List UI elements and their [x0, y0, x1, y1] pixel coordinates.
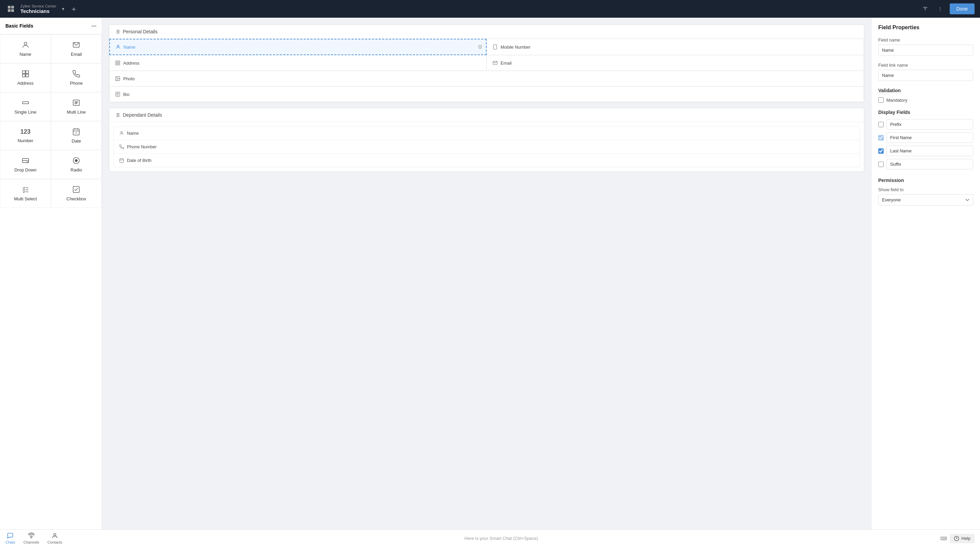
svg-point-63	[30, 536, 32, 537]
keyboard-icon: ⌨	[940, 536, 947, 541]
personal-field-mobile[interactable]: Mobile Number	[487, 39, 864, 55]
delete-name-field-icon[interactable]	[478, 44, 482, 50]
svg-rect-3	[11, 9, 14, 12]
lastname-checkbox[interactable]	[878, 148, 884, 154]
field-item-radio[interactable]: Radio	[51, 150, 102, 179]
app-title: Technicians	[21, 8, 56, 14]
field-item-single-line[interactable]: Single Line	[0, 92, 51, 121]
field-name-label: Field name	[878, 37, 973, 43]
field-properties-title: Field Properties	[878, 24, 973, 30]
dependant-fields-inner: Name Phone Number Date of Birth	[113, 126, 860, 167]
svg-text:15: 15	[75, 132, 78, 134]
more-options-icon[interactable]: ⋮	[935, 3, 946, 14]
prefix-input[interactable]	[886, 119, 973, 130]
dep-field-name[interactable]: Name	[114, 127, 859, 140]
field-item-date[interactable]: 15 Date	[51, 121, 102, 150]
svg-point-65	[54, 533, 56, 536]
collapse-button[interactable]: —	[92, 23, 96, 29]
add-button[interactable]: ＋	[68, 3, 79, 14]
tab-channels[interactable]: Channels	[24, 533, 39, 544]
field-link-name-input[interactable]	[878, 70, 973, 81]
show-field-to-select[interactable]: Everyone Admins Only Technicians	[878, 194, 973, 205]
main-layout: Basic Fields — Name Email	[0, 18, 980, 529]
field-item-dropdown[interactable]: Drop Down	[0, 150, 51, 179]
personal-field-photo[interactable]: Photo	[109, 71, 864, 86]
personal-details-section: Personal Details Name	[109, 24, 864, 102]
tab-chats[interactable]: Chats	[5, 533, 15, 544]
mandatory-label: Mandatory	[886, 98, 907, 103]
permission-title: Permission	[878, 178, 973, 183]
field-item-phone[interactable]: Phone	[51, 63, 102, 92]
personal-details-fields: Name Mobile Number	[109, 39, 864, 102]
field-item-number[interactable]: 123 Number	[0, 121, 51, 150]
personal-field-address[interactable]: Address	[109, 55, 487, 71]
svg-rect-39	[493, 45, 496, 49]
personal-field-email[interactable]: Email	[487, 55, 864, 71]
dependant-details-section: Dependant Details Name Phone Number	[109, 108, 864, 172]
mandatory-checkbox[interactable]	[878, 97, 884, 103]
prefix-checkbox[interactable]	[878, 122, 884, 127]
tab-contacts[interactable]: Contacts	[47, 533, 62, 544]
bottom-bar: Chats Channels Contacts Here is your Sma…	[0, 529, 980, 547]
filter-icon[interactable]	[920, 3, 931, 14]
field-name-input[interactable]	[878, 45, 973, 56]
center-content: Personal Details Name	[102, 18, 871, 529]
display-field-suffix	[878, 159, 973, 169]
field-link-name-label: Field link name	[878, 63, 973, 68]
svg-rect-11	[26, 71, 29, 73]
done-button[interactable]: Done	[950, 3, 975, 14]
personal-field-bio[interactable]: Bio	[109, 86, 864, 102]
field-item-address[interactable]: Address	[0, 63, 51, 92]
display-field-prefix	[878, 119, 973, 130]
app-subtitle: Zylker Service Center	[21, 4, 56, 8]
sidebar-header: Basic Fields —	[0, 18, 102, 34]
svg-rect-0	[8, 6, 11, 8]
dependant-details-title: Dependant Details	[123, 112, 162, 118]
show-field-to-label: Show field to	[878, 187, 973, 192]
lastname-input[interactable]	[886, 146, 973, 156]
left-sidebar: Basic Fields — Name Email	[0, 18, 102, 529]
smart-chat-placeholder[interactable]: Here is your Smart Chat (Ctrl+Space)	[62, 536, 940, 541]
app-icon	[5, 3, 16, 14]
fields-grid: Name Email Address Phone	[0, 34, 102, 208]
field-link-name-section: Field link name	[878, 63, 973, 81]
svg-point-58	[121, 132, 123, 134]
svg-rect-41	[116, 61, 118, 63]
right-sidebar: Field Properties Field name Field link n…	[871, 18, 980, 529]
suffix-input[interactable]	[886, 159, 973, 169]
validation-title: Validation	[878, 88, 973, 93]
dep-field-dob[interactable]: Date of Birth	[114, 154, 859, 167]
app-info: Zylker Service Center Technicians	[21, 4, 56, 14]
firstname-input[interactable]	[886, 132, 973, 143]
firstname-checkbox[interactable]	[878, 135, 884, 140]
display-field-firstname	[878, 132, 973, 143]
svg-point-38	[117, 45, 119, 47]
field-item-multi-select[interactable]: Multi Select	[0, 179, 51, 208]
dependant-details-header: Dependant Details	[109, 108, 864, 122]
svg-point-47	[117, 78, 118, 78]
field-item-name[interactable]: Name	[0, 34, 51, 63]
field-item-email[interactable]: Email	[51, 34, 102, 63]
sidebar-title: Basic Fields	[5, 23, 33, 29]
svg-rect-13	[22, 102, 29, 104]
svg-rect-43	[118, 61, 120, 63]
mandatory-row: Mandatory	[878, 97, 973, 103]
field-item-checkbox[interactable]: Checkbox	[51, 179, 102, 208]
svg-rect-1	[11, 6, 14, 8]
display-field-lastname	[878, 146, 973, 156]
svg-rect-2	[8, 9, 11, 12]
display-fields-title: Display Fields	[878, 110, 973, 115]
bottom-tabs: Chats Channels Contacts	[5, 533, 62, 544]
personal-field-name[interactable]: Name	[109, 39, 487, 55]
svg-text:I: I	[76, 101, 76, 104]
svg-point-7	[24, 42, 27, 45]
field-name-section: Field name	[878, 37, 973, 56]
svg-rect-44	[118, 63, 120, 65]
field-item-multi-line[interactable]: I Multi Line	[51, 92, 102, 121]
number-label: 123	[21, 128, 30, 135]
nav-dropdown-arrow[interactable]: ▾	[62, 6, 64, 11]
help-button[interactable]: Help	[950, 534, 975, 543]
dep-field-phone[interactable]: Phone Number	[114, 140, 859, 154]
suffix-checkbox[interactable]	[878, 162, 884, 167]
svg-point-27	[75, 159, 78, 162]
